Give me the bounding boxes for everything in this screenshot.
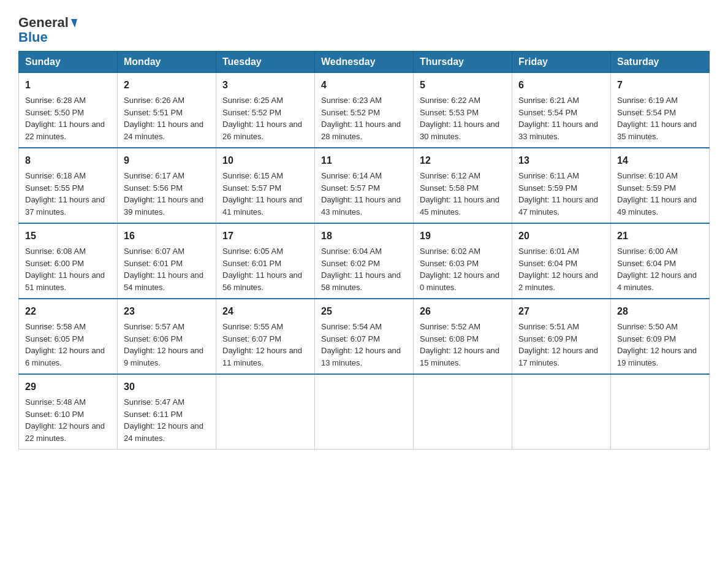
day-number: 11 <box>321 153 407 168</box>
header-friday: Friday <box>512 52 611 73</box>
day-info: Sunrise: 6:08 AMSunset: 6:00 PMDaylight:… <box>25 245 111 293</box>
day-info: Sunrise: 6:22 AMSunset: 5:53 PMDaylight:… <box>420 94 506 142</box>
day-info: Sunrise: 6:23 AMSunset: 5:52 PMDaylight:… <box>321 94 407 142</box>
calendar-cell: 18Sunrise: 6:04 AMSunset: 6:02 PMDayligh… <box>315 223 414 299</box>
day-info: Sunrise: 6:18 AMSunset: 5:55 PMDaylight:… <box>25 170 111 218</box>
calendar-header-row: SundayMondayTuesdayWednesdayThursdayFrid… <box>19 52 710 73</box>
day-number: 12 <box>420 153 506 168</box>
calendar-cell <box>414 374 512 450</box>
day-number: 15 <box>25 229 111 243</box>
week-row-1: 1Sunrise: 6:28 AMSunset: 5:50 PMDaylight… <box>19 73 710 148</box>
calendar-cell: 6Sunrise: 6:21 AMSunset: 5:54 PMDaylight… <box>512 73 611 148</box>
day-number: 2 <box>124 78 210 93</box>
day-info: Sunrise: 5:47 AMSunset: 6:11 PMDaylight:… <box>124 396 210 444</box>
page-header: GeneralBlue <box>18 12 710 45</box>
calendar-cell: 1Sunrise: 6:28 AMSunset: 5:50 PMDaylight… <box>19 73 118 148</box>
day-info: Sunrise: 6:14 AMSunset: 5:57 PMDaylight:… <box>321 170 407 218</box>
day-info: Sunrise: 6:12 AMSunset: 5:58 PMDaylight:… <box>420 170 506 218</box>
logo-arrow-icon <box>69 19 77 28</box>
day-number: 16 <box>124 229 210 243</box>
header-tuesday: Tuesday <box>216 52 315 73</box>
calendar-cell: 20Sunrise: 6:01 AMSunset: 6:04 PMDayligh… <box>512 223 611 299</box>
calendar-cell: 3Sunrise: 6:25 AMSunset: 5:52 PMDaylight… <box>216 73 315 148</box>
day-number: 27 <box>518 304 604 319</box>
calendar-cell: 16Sunrise: 6:07 AMSunset: 6:01 PMDayligh… <box>118 223 216 299</box>
calendar-cell: 29Sunrise: 5:48 AMSunset: 6:10 PMDayligh… <box>19 374 118 450</box>
week-row-4: 22Sunrise: 5:58 AMSunset: 6:05 PMDayligh… <box>19 299 710 374</box>
day-number: 30 <box>124 380 210 394</box>
day-number: 6 <box>518 78 604 93</box>
logo-text: GeneralBlue <box>18 15 76 45</box>
day-info: Sunrise: 6:28 AMSunset: 5:50 PMDaylight:… <box>25 94 111 142</box>
day-number: 19 <box>420 229 506 243</box>
calendar-cell: 7Sunrise: 6:19 AMSunset: 5:54 PMDaylight… <box>611 73 710 148</box>
calendar-cell: 15Sunrise: 6:08 AMSunset: 6:00 PMDayligh… <box>19 223 118 299</box>
day-number: 5 <box>420 78 506 93</box>
day-number: 1 <box>25 78 111 93</box>
day-number: 23 <box>124 304 210 319</box>
day-info: Sunrise: 5:50 AMSunset: 6:09 PMDaylight:… <box>617 321 703 369</box>
day-number: 9 <box>124 153 210 168</box>
calendar-cell: 12Sunrise: 6:12 AMSunset: 5:58 PMDayligh… <box>414 148 512 223</box>
day-info: Sunrise: 6:17 AMSunset: 5:56 PMDaylight:… <box>124 170 210 218</box>
day-number: 28 <box>617 304 703 319</box>
logo-blue-text: Blue <box>18 29 48 45</box>
day-number: 21 <box>617 229 703 243</box>
header-sunday: Sunday <box>19 52 118 73</box>
day-info: Sunrise: 6:07 AMSunset: 6:01 PMDaylight:… <box>124 245 210 293</box>
calendar-table: SundayMondayTuesdayWednesdayThursdayFrid… <box>18 51 710 450</box>
calendar-cell <box>512 374 611 450</box>
day-info: Sunrise: 6:05 AMSunset: 6:01 PMDaylight:… <box>222 245 308 293</box>
calendar-cell: 11Sunrise: 6:14 AMSunset: 5:57 PMDayligh… <box>315 148 414 223</box>
calendar-cell: 21Sunrise: 6:00 AMSunset: 6:04 PMDayligh… <box>611 223 710 299</box>
day-number: 8 <box>25 153 111 168</box>
day-info: Sunrise: 5:51 AMSunset: 6:09 PMDaylight:… <box>518 321 604 369</box>
calendar-cell: 10Sunrise: 6:15 AMSunset: 5:57 PMDayligh… <box>216 148 315 223</box>
calendar-cell: 26Sunrise: 5:52 AMSunset: 6:08 PMDayligh… <box>414 299 512 374</box>
calendar-cell: 8Sunrise: 6:18 AMSunset: 5:55 PMDaylight… <box>19 148 118 223</box>
calendar-cell: 13Sunrise: 6:11 AMSunset: 5:59 PMDayligh… <box>512 148 611 223</box>
calendar-cell: 17Sunrise: 6:05 AMSunset: 6:01 PMDayligh… <box>216 223 315 299</box>
calendar-cell <box>315 374 414 450</box>
calendar-cell: 4Sunrise: 6:23 AMSunset: 5:52 PMDaylight… <box>315 73 414 148</box>
day-number: 4 <box>321 78 407 93</box>
day-number: 25 <box>321 304 407 319</box>
day-info: Sunrise: 6:11 AMSunset: 5:59 PMDaylight:… <box>518 170 604 218</box>
day-info: Sunrise: 5:58 AMSunset: 6:05 PMDaylight:… <box>25 321 111 369</box>
week-row-2: 8Sunrise: 6:18 AMSunset: 5:55 PMDaylight… <box>19 148 710 223</box>
day-number: 3 <box>222 78 308 93</box>
day-info: Sunrise: 5:52 AMSunset: 6:08 PMDaylight:… <box>420 321 506 369</box>
calendar-cell: 14Sunrise: 6:10 AMSunset: 5:59 PMDayligh… <box>611 148 710 223</box>
logo: GeneralBlue <box>18 12 76 45</box>
day-info: Sunrise: 5:57 AMSunset: 6:06 PMDaylight:… <box>124 321 210 369</box>
day-info: Sunrise: 6:04 AMSunset: 6:02 PMDaylight:… <box>321 245 407 293</box>
header-wednesday: Wednesday <box>315 52 414 73</box>
calendar-cell <box>216 374 315 450</box>
day-number: 13 <box>518 153 604 168</box>
day-info: Sunrise: 5:54 AMSunset: 6:07 PMDaylight:… <box>321 321 407 369</box>
day-number: 7 <box>617 78 703 93</box>
calendar-cell: 27Sunrise: 5:51 AMSunset: 6:09 PMDayligh… <box>512 299 611 374</box>
calendar-cell: 2Sunrise: 6:26 AMSunset: 5:51 PMDaylight… <box>118 73 216 148</box>
header-thursday: Thursday <box>414 52 512 73</box>
day-info: Sunrise: 5:55 AMSunset: 6:07 PMDaylight:… <box>222 321 308 369</box>
day-number: 26 <box>420 304 506 319</box>
day-info: Sunrise: 5:48 AMSunset: 6:10 PMDaylight:… <box>25 396 111 444</box>
day-info: Sunrise: 6:21 AMSunset: 5:54 PMDaylight:… <box>518 94 604 142</box>
day-number: 18 <box>321 229 407 243</box>
week-row-3: 15Sunrise: 6:08 AMSunset: 6:00 PMDayligh… <box>19 223 710 299</box>
calendar-cell: 28Sunrise: 5:50 AMSunset: 6:09 PMDayligh… <box>611 299 710 374</box>
day-info: Sunrise: 6:10 AMSunset: 5:59 PMDaylight:… <box>617 170 703 218</box>
day-number: 10 <box>222 153 308 168</box>
calendar-cell: 25Sunrise: 5:54 AMSunset: 6:07 PMDayligh… <box>315 299 414 374</box>
calendar-cell <box>611 374 710 450</box>
day-info: Sunrise: 6:19 AMSunset: 5:54 PMDaylight:… <box>617 94 703 142</box>
calendar-cell: 23Sunrise: 5:57 AMSunset: 6:06 PMDayligh… <box>118 299 216 374</box>
day-number: 22 <box>25 304 111 319</box>
day-number: 29 <box>25 380 111 394</box>
calendar-cell: 24Sunrise: 5:55 AMSunset: 6:07 PMDayligh… <box>216 299 315 374</box>
day-number: 17 <box>222 229 308 243</box>
header-monday: Monday <box>118 52 216 73</box>
calendar-cell: 5Sunrise: 6:22 AMSunset: 5:53 PMDaylight… <box>414 73 512 148</box>
day-info: Sunrise: 6:15 AMSunset: 5:57 PMDaylight:… <box>222 170 308 218</box>
